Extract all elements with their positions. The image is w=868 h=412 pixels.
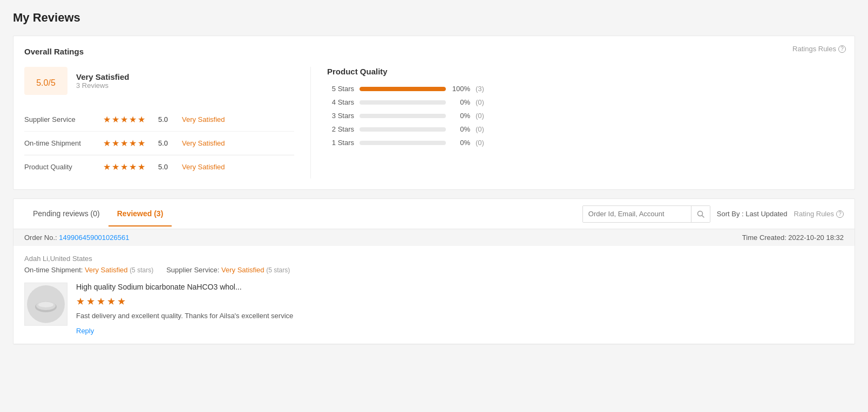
rating-row-shipment: On-time Shipment ★ ★ ★ ★ ★ 5.0 Very Sati… <box>24 131 294 155</box>
bar-count-2: (0) <box>476 125 484 133</box>
supplier-text: Very Satisfied <box>182 115 225 123</box>
supplier-service-stars: (5 stars) <box>266 266 290 274</box>
supplier-service-label: Supplier Service: <box>166 266 219 274</box>
rating-rows: Supplier Service ★ ★ ★ ★ ★ 5.0 Very Sati… <box>24 108 294 178</box>
tab-reviewed[interactable]: Reviewed (3) <box>109 202 172 226</box>
sort-label[interactable]: Sort By : Last Updated <box>717 210 788 218</box>
shipment-info: On-time Shipment: Very Satisfied (5 star… <box>24 266 844 274</box>
shipment-score: 5.0 <box>158 139 173 147</box>
score-row: 5.0/5 Very Satisfied 3 Reviews <box>24 67 294 95</box>
quality-label: Product Quality <box>24 163 94 171</box>
bar-count-3: (0) <box>476 112 484 120</box>
supplier-score: 5.0 <box>158 115 173 123</box>
product-thumbnail <box>32 291 59 318</box>
shipment-label: On-time Shipment <box>24 139 94 147</box>
tab-pending[interactable]: Pending reviews (0) <box>24 202 109 226</box>
order-header: Order No.: 149906459001026561 Time Creat… <box>13 229 855 246</box>
tabs-header: Pending reviews (0) Reviewed (3) Sort By… <box>13 199 855 229</box>
bar-row-2: 2 Stars 0% (0) <box>327 125 844 133</box>
bar-label-1: 1 Stars <box>327 139 354 147</box>
rating-rules-link[interactable]: Rating Rules ? <box>794 204 844 223</box>
product-stars: ★ ★ ★ ★ ★ <box>76 296 844 307</box>
shipment-text: Very Satisfied <box>182 139 225 147</box>
review-text: Fast delivery and excellent quality. Tha… <box>76 312 844 320</box>
reply-link[interactable]: Reply <box>76 327 94 335</box>
bar-label-5: 5 Stars <box>327 85 354 93</box>
svg-line-1 <box>702 215 704 217</box>
bar-track-4 <box>360 100 446 105</box>
quality-stars: ★ ★ ★ ★ ★ <box>103 162 145 172</box>
ratings-rules-top-link[interactable]: Ratings Rules ? <box>792 45 846 53</box>
quality-score: 5.0 <box>158 163 173 171</box>
shipment-stars: ★ ★ ★ ★ ★ <box>103 138 145 148</box>
search-box <box>582 205 710 223</box>
bar-label-3: 3 Stars <box>327 112 354 120</box>
bar-pct-3: 0% <box>451 112 470 120</box>
score-box: 5.0/5 <box>24 67 67 95</box>
supplier-stars: ★ ★ ★ ★ ★ <box>103 114 145 125</box>
overall-ratings-card: Ratings Rules ? Overall Ratings 5.0/5 Ve… <box>13 36 855 190</box>
svg-point-4 <box>38 302 53 307</box>
rating-row-quality: Product Quality ★ ★ ★ ★ ★ 5.0 Very Satis… <box>24 155 294 178</box>
order-no-label: Order No.: <box>24 234 57 242</box>
bar-pct-1: 0% <box>451 139 470 147</box>
ratings-rules-question-icon[interactable]: ? <box>838 45 846 53</box>
search-icon <box>697 210 704 218</box>
left-panel: 5.0/5 Very Satisfied 3 Reviews Supplier … <box>24 67 294 178</box>
rating-rules-question-icon[interactable]: ? <box>836 210 844 218</box>
bar-row-3: 3 Stars 0% (0) <box>327 112 844 120</box>
product-details: High quality Sodium bicarbonate NaHCO3 w… <box>76 283 844 335</box>
bar-track-1 <box>360 141 446 145</box>
shipment-label: On-time Shipment: <box>24 266 83 274</box>
product-name: High quality Sodium bicarbonate NaHCO3 w… <box>76 283 844 291</box>
bar-pct-2: 0% <box>451 125 470 133</box>
bar-count-5: (3) <box>476 85 484 93</box>
score-info: Very Satisfied 3 Reviews <box>76 72 129 90</box>
reviews-count: 3 Reviews <box>76 81 129 90</box>
search-button[interactable] <box>691 206 710 222</box>
tabs-section: Pending reviews (0) Reviewed (3) Sort By… <box>13 198 855 345</box>
supplier-service-value: Very Satisfied <box>221 266 265 274</box>
shipment-value: Very Satisfied <box>85 266 128 274</box>
overall-score: 5.0/5 <box>33 72 59 90</box>
supplier-label: Supplier Service <box>24 115 94 123</box>
vertical-divider <box>310 67 311 178</box>
order-block: Order No.: 149906459001026561 Time Creat… <box>13 229 855 344</box>
bar-track-5 <box>360 87 446 91</box>
order-no-section: Order No.: 149906459001026561 <box>24 234 129 242</box>
bar-track-3 <box>360 114 446 118</box>
overall-ratings-title: Overall Ratings <box>24 47 844 56</box>
quality-text: Very Satisfied <box>182 163 225 171</box>
bar-pct-4: 0% <box>451 98 470 106</box>
tab-controls: Sort By : Last Updated Rating Rules ? <box>582 199 844 229</box>
product-image <box>24 283 67 326</box>
bar-count-4: (0) <box>476 98 484 106</box>
bar-count-1: (0) <box>476 139 484 147</box>
order-no-link[interactable]: 149906459001026561 <box>59 234 129 242</box>
time-created: Time Created: 2022-10-20 18:32 <box>742 234 844 242</box>
bar-track-2 <box>360 127 446 132</box>
bar-row-1: 1 Stars 0% (0) <box>327 139 844 147</box>
order-body: Adah Li,United States On-time Shipment: … <box>13 246 855 344</box>
product-row: High quality Sodium bicarbonate NaHCO3 w… <box>24 283 844 335</box>
bar-label-4: 4 Stars <box>327 98 354 106</box>
bar-row-4: 4 Stars 0% (0) <box>327 98 844 106</box>
right-panel: Product Quality 5 Stars 100% (3) 4 Stars <box>327 67 844 178</box>
product-quality-title: Product Quality <box>327 67 844 76</box>
shipment-stars: (5 stars) <box>130 266 153 274</box>
overall-label: Very Satisfied <box>76 72 129 81</box>
search-input[interactable] <box>583 206 691 222</box>
rating-row-supplier: Supplier Service ★ ★ ★ ★ ★ 5.0 Very Sati… <box>24 108 294 131</box>
reviewer-info: Adah Li,United States <box>24 255 844 263</box>
bar-fill-5 <box>360 87 446 91</box>
bar-row-5: 5 Stars 100% (3) <box>327 85 844 93</box>
page-title: My Reviews <box>13 11 855 25</box>
bar-pct-5: 100% <box>451 85 470 93</box>
bar-label-2: 2 Stars <box>327 125 354 133</box>
bar-rows: 5 Stars 100% (3) 4 Stars 0% <box>327 85 844 147</box>
